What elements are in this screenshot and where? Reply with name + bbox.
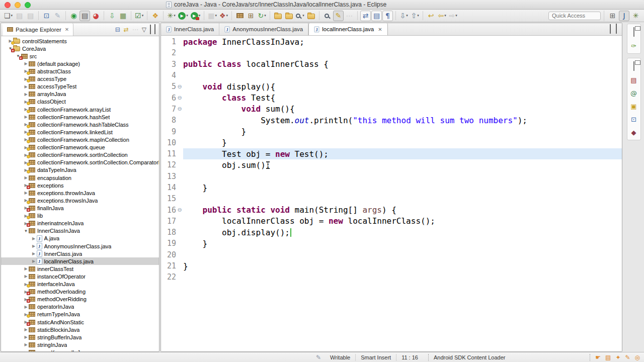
tree-item-collectionFramework-mapInCollection[interactable]: ▶collectionFramework.mapInCollection [1, 136, 159, 143]
tree-expand-arrow[interactable]: ▶ [23, 61, 29, 66]
pencil-icon[interactable]: ✎ [625, 354, 630, 361]
tree-item-instanceOfOperator[interactable]: ▶instanceOfOperator [1, 273, 159, 280]
tree-item-staticAndNonStatic[interactable]: ▶✕staticAndNonStatic [1, 318, 159, 326]
tree-item-accessTypeTest[interactable]: ▶accessTypeTest [1, 83, 159, 90]
book-icon[interactable]: ▤ [605, 354, 611, 361]
close-tab-icon[interactable]: ✕ [378, 27, 382, 32]
javadoc-view-button[interactable]: @ [630, 89, 637, 97]
maximize-editor-button[interactable] [616, 25, 617, 34]
open-perspective-button[interactable]: ⊞ [607, 11, 618, 21]
profile-button[interactable]: ❖▾ [218, 11, 229, 21]
quick-access-input[interactable] [548, 12, 601, 20]
code-line-21[interactable]: 21} [161, 260, 622, 272]
tree-item-operatorInJava[interactable]: ▶operatorInJava [1, 303, 159, 311]
feather-icon[interactable]: ✑ [631, 42, 636, 50]
prev-annotation-button[interactable]: ⇧▾ [410, 11, 420, 21]
tree-expand-arrow[interactable]: ▶ [31, 244, 37, 248]
open-resource-button[interactable] [284, 11, 294, 21]
tree-item-arrayInJava[interactable]: ▶arrayInJava [1, 90, 159, 98]
tip-icon[interactable]: ☛ [595, 354, 601, 361]
tree-item-collectionFramework-hashSet[interactable]: ▶collectionFramework.hashSet [1, 113, 159, 121]
tree-expand-arrow[interactable]: ▶ [23, 84, 29, 89]
outline-view-button[interactable]: ▤ [630, 76, 636, 84]
tree-item-interfaceInJava[interactable]: ▶interfaceInJava [1, 281, 159, 288]
code-line-12[interactable]: 12 obj.sum(); [161, 159, 622, 170]
forward-button[interactable]: ⇨▾ [448, 11, 458, 21]
tree-item-staticBlockinJava[interactable]: ▶staticBlockinJava [1, 326, 159, 333]
tree-item-A-java[interactable]: ▶JA.java [1, 235, 159, 242]
tree-expand-arrow[interactable]: ▶ [23, 335, 29, 339]
code-line-4[interactable]: 4 [161, 70, 622, 81]
console-view-button[interactable]: ⊡ [631, 116, 636, 123]
tree-expand-arrow[interactable]: ▼ [23, 229, 29, 233]
tutorial-icon[interactable]: ✦ [615, 354, 620, 361]
tree-expand-arrow[interactable]: ▶ [23, 327, 29, 332]
tree-item-finalInJava[interactable]: ▶✕finalInJava [1, 204, 159, 212]
code-line-9[interactable]: 9 } [161, 126, 622, 137]
tree-item-stringInJava[interactable]: ▶stringInJava [1, 341, 159, 348]
zoom-window-button[interactable] [25, 2, 31, 8]
next-annotation-button[interactable]: ⇩▾ [398, 11, 409, 21]
tree-expand-arrow[interactable]: ▶ [23, 115, 29, 119]
tree-item-inherinatnceInJava[interactable]: ▶✕inherinatnceInJava [1, 220, 159, 227]
tree-item-encapsulation[interactable]: ▶encapsulation [1, 174, 159, 182]
refresh-button[interactable]: ↻▾ [257, 11, 267, 21]
tree-item-exceptions-throwsInJava[interactable]: ▶exceptions.throwsInJava [1, 197, 159, 204]
editor-tab-InnerClass-java[interactable]: JInnerClass.java [161, 23, 219, 35]
code-line-14[interactable]: 14 } [161, 182, 622, 193]
tree-item-innerClassTest[interactable]: ▶innerClassTest [1, 265, 159, 273]
java-perspective-button[interactable]: J [619, 11, 629, 21]
tree-item-controlStatements[interactable]: ▶controlStatements [1, 37, 159, 45]
tree-item--default-package-[interactable]: ▶(default package) [1, 60, 159, 67]
view-menu-button[interactable]: ▽ [142, 26, 146, 33]
tree-item-collectionFramework-sortInCollection-ComparatorInt[interactable]: ▶collectionFramework.sortInCollection.Co… [1, 159, 159, 166]
tab-package-explorer[interactable]: Package Explorer ✕ [3, 23, 73, 36]
code-line-2[interactable]: 2 [161, 47, 622, 58]
fold-marker-icon[interactable]: ⊖ [176, 95, 183, 101]
code-line-11[interactable]: 11 Test obj = new Test(); [161, 148, 622, 159]
code-line-7[interactable]: 7⊖ void sum(){ [161, 104, 622, 115]
code-line-13[interactable]: 13 [161, 171, 622, 182]
tree-item-classObject[interactable]: ▶classObject [1, 98, 159, 106]
tree-item-exceptions-throwInJava[interactable]: ▶exceptions.throwInJava [1, 189, 159, 197]
new-class-button[interactable]: ⊞ [246, 11, 256, 21]
close-window-button[interactable] [5, 2, 11, 8]
save-all-button[interactable]: ▤ [25, 11, 36, 21]
minimize-editor-button[interactable] [610, 25, 611, 34]
fold-marker-icon[interactable]: ⊖ [176, 106, 183, 112]
task-list-button[interactable]: ▤ [79, 11, 90, 21]
show-whitespace-button[interactable]: ¶ [382, 11, 393, 21]
tree-expand-arrow[interactable]: ▶ [23, 274, 29, 279]
mark-occurrences-button[interactable]: ✎ [333, 11, 344, 21]
tree-expand-arrow[interactable]: ▶ [23, 266, 29, 271]
tree-item-InnerClassInJava[interactable]: ▼InnerClassInJava [1, 227, 159, 235]
new-package-button[interactable] [234, 11, 245, 21]
tree-expand-arrow[interactable]: ▶ [31, 259, 37, 263]
focus-tasks-button[interactable]: ⋯ [132, 26, 138, 33]
minimize-button[interactable] [150, 25, 151, 34]
tree-item-collectionFramework-arrayList[interactable]: ▶collectionFramework.arrayList [1, 106, 159, 113]
tree-item-collectionFramework-queue[interactable]: ▶collectionFramework.queue [1, 144, 159, 151]
ant-view-button[interactable]: ◆ [631, 129, 636, 136]
tree-item-src[interactable]: ▼✕src [1, 52, 159, 60]
ddms-button[interactable]: ⊡ [41, 11, 52, 21]
tree-item-accessType[interactable]: ▶accessType [1, 75, 159, 83]
tree-item-collectionFramework-hashTableClass[interactable]: ▶collectionFramework.hashTableClass [1, 121, 159, 128]
tree-item-InnerClass-java[interactable]: ▶JInnerClass.java [1, 250, 159, 257]
debug-button[interactable]: ✳▾ [166, 11, 177, 21]
code-line-22[interactable]: 22 [161, 272, 622, 283]
tree-expand-arrow[interactable]: ▶ [23, 305, 29, 309]
tree-item-CoreJava[interactable]: ▼✕CoreJava [1, 45, 159, 52]
code-line-20[interactable]: 20 [161, 249, 622, 260]
tree-item-collectionFramework-linkedList[interactable]: ▶collectionFramework.linkedList [1, 128, 159, 136]
new-wizard-button[interactable]: ❏▾ [3, 11, 14, 21]
tree-item-superKeywordInJava[interactable]: ▶superKeywordInJava [1, 348, 159, 351]
coverage-button[interactable]: ▦▾ [207, 11, 218, 21]
plugin-search-button[interactable] [322, 11, 333, 21]
tree-expand-arrow[interactable]: ▶ [31, 236, 37, 241]
editor-tab-localInnerClass-java[interactable]: JlocalInnerClass.java✕ [308, 23, 387, 35]
focus-button[interactable]: ⋯ [344, 11, 355, 21]
maximize-button[interactable] [154, 25, 155, 34]
tree-item-returnTypeInJava[interactable]: ▶returnTypeInJava [1, 311, 159, 318]
fold-marker-icon[interactable]: ⊖ [176, 83, 183, 90]
